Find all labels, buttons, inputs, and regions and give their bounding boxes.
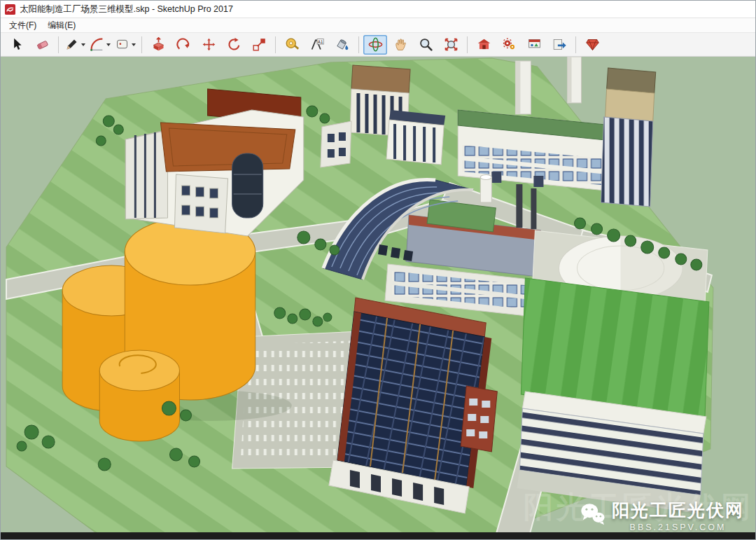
svg-text:A1: A1: [317, 39, 323, 44]
watermark: 阳光工匠光伏网 BBS.21SPV.COM: [579, 499, 744, 532]
styles-icon: [527, 37, 542, 52]
toolbar-separator: [467, 36, 468, 53]
offset-icon: [176, 37, 191, 52]
sketchup-window: 太阳能制造工厂场景三维模型.skp - SketchUp Pro 2017 文件…: [0, 0, 756, 540]
dropdown-arrow-icon[interactable]: [81, 43, 85, 46]
watermark-subtitle: BBS.21SPV.COM: [612, 522, 744, 532]
extension-warehouse-button[interactable]: [497, 35, 521, 55]
line-tool[interactable]: [63, 35, 87, 55]
warehouse-3d-button[interactable]: [472, 35, 496, 55]
pencil-icon: [64, 37, 79, 52]
toolbar-separator: [58, 36, 59, 53]
toolbar-separator: [358, 36, 359, 53]
extension-manager-button[interactable]: [580, 35, 604, 55]
push-pull-tool[interactable]: [146, 35, 170, 55]
share-model-button[interactable]: [547, 35, 571, 55]
title-bar[interactable]: 太阳能制造工厂场景三维模型.skp - SketchUp Pro 2017: [1, 1, 755, 18]
zoom-tool[interactable]: [414, 35, 438, 55]
toolbar-separator: [275, 36, 276, 53]
zoom-icon: [419, 37, 433, 52]
dropdown-arrow-icon[interactable]: [106, 43, 111, 46]
rotate-tool[interactable]: [222, 35, 246, 55]
shapes-tool[interactable]: [113, 35, 137, 55]
select-tool[interactable]: [5, 35, 29, 55]
pan-icon: [393, 37, 408, 52]
orbit-icon: [368, 37, 383, 52]
paint-icon: [335, 37, 350, 52]
toolbar-separator: [141, 36, 142, 53]
share-icon: [552, 37, 567, 52]
arc-tool[interactable]: [88, 35, 112, 55]
dropdown-arrow-icon[interactable]: [132, 43, 136, 46]
pushpull-icon: [151, 37, 166, 52]
window-title: 太阳能制造工厂场景三维模型.skp - SketchUp Pro 2017: [20, 4, 233, 15]
menu-bar: 文件(F) 编辑(E): [1, 18, 755, 33]
gears-icon: [502, 37, 517, 52]
building-solar-factory: [329, 298, 497, 513]
zoomext-icon: [444, 37, 458, 52]
shapes-icon: [115, 37, 130, 52]
scale-icon: [252, 37, 267, 52]
text-tool[interactable]: A1: [305, 35, 329, 55]
tape-icon: [285, 37, 300, 52]
paint-bucket-tool[interactable]: [330, 35, 354, 55]
zoom-extents-tool[interactable]: [439, 35, 463, 55]
select-icon: [10, 37, 24, 52]
arc-icon: [90, 37, 104, 52]
offset-tool[interactable]: [172, 35, 195, 55]
menu-item-file[interactable]: 文件(F): [4, 18, 42, 33]
styles-button[interactable]: [522, 35, 546, 55]
watermark-title: 阳光工匠光伏网: [612, 499, 744, 522]
wechat-icon: [579, 501, 606, 530]
menu-item-edit[interactable]: 编辑(E): [42, 18, 81, 33]
warehouse-icon: [477, 37, 491, 52]
eraser-tool[interactable]: [30, 35, 54, 55]
pan-tool[interactable]: [388, 35, 412, 55]
model-canvas[interactable]: [1, 57, 755, 535]
eraser-icon: [35, 37, 50, 52]
orbit-tool[interactable]: [363, 35, 387, 55]
move-icon: [202, 37, 216, 52]
text-icon: A1: [310, 37, 325, 52]
scale-tool[interactable]: [247, 35, 271, 55]
gem-icon: [585, 37, 600, 52]
toolbar-separator: [575, 36, 576, 53]
sketchup-app-icon: [5, 4, 15, 15]
tape-measure-tool[interactable]: [280, 35, 304, 55]
bottom-edge: [1, 532, 755, 539]
rotate-icon: [227, 37, 241, 52]
tank-small: [99, 350, 179, 441]
toolbar: A1: [1, 33, 755, 57]
model-viewport[interactable]: 阳光工匠光伏网 阳光工匠光伏网 BBS.21SPV.COM: [1, 57, 755, 535]
move-tool[interactable]: [197, 35, 220, 55]
